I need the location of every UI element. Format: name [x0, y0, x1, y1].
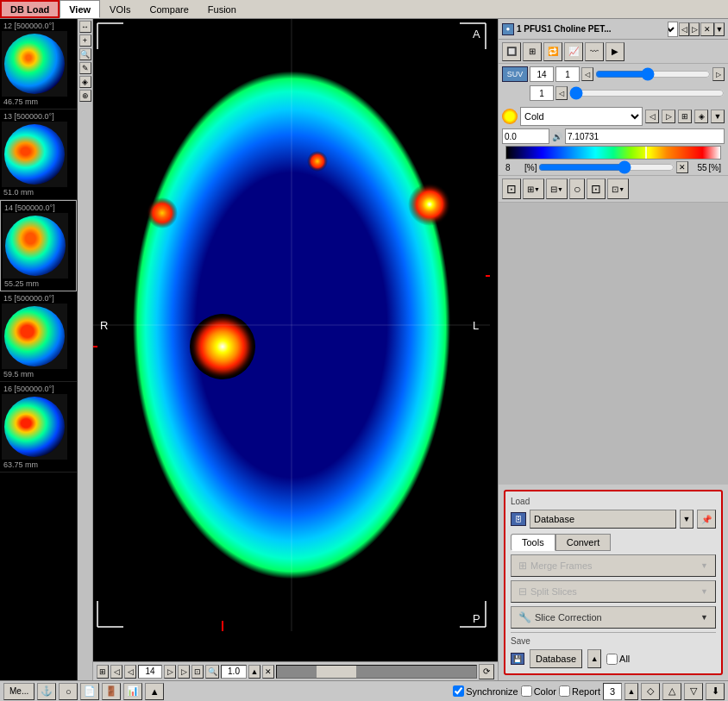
menu-fusion[interactable]: Fusion	[198, 0, 246, 18]
split-slices-btn[interactable]: ⊟ Split Slices ▼	[511, 580, 716, 603]
slice-scrollbar[interactable]	[276, 665, 477, 679]
report-checkbox[interactable]	[559, 685, 570, 697]
list-item[interactable]: 13 [500000.0°] 51.0 mm	[0, 110, 77, 200]
save-arrow-btn[interactable]: ▲	[587, 649, 601, 668]
lut-btn-3[interactable]: ⊟▼	[546, 178, 568, 199]
side-btn-3[interactable]: 🔍	[79, 48, 91, 60]
up-icon[interactable]: ▲	[145, 683, 164, 700]
frame-input[interactable]: 1	[555, 66, 580, 82]
nav-left-btn[interactable]: ◁	[679, 22, 689, 36]
colorbar-x-btn[interactable]: ✕	[676, 161, 688, 173]
sub-frame-left-btn[interactable]: ◁	[555, 86, 568, 100]
nav-next-btn[interactable]: ▷	[164, 665, 176, 679]
database-btn[interactable]: Database	[530, 510, 676, 529]
status-up2-icon[interactable]: △	[662, 683, 681, 700]
document-icon[interactable]: 📄	[80, 683, 99, 700]
slice-correction-arrow: ▼	[700, 613, 708, 622]
database-dropdown-btn[interactable]: ▼	[680, 510, 693, 529]
sub-frame-slider[interactable]	[569, 87, 725, 99]
status-diamond-icon[interactable]: ◇	[641, 683, 660, 700]
colormap-right-btn[interactable]: ▷	[662, 110, 675, 123]
slice-correction-btn[interactable]: 🔧 Slice Correction ▼	[511, 606, 716, 629]
zoom-up-btn[interactable]: ▲	[248, 665, 260, 679]
zoom-down-btn[interactable]: ✕	[262, 665, 274, 679]
sub-slice-input[interactable]	[530, 85, 554, 101]
display-icon-btn[interactable]: 🔲	[502, 42, 521, 61]
circle-icon[interactable]: ○	[59, 683, 78, 700]
nav-last-btn[interactable]: ▷	[178, 665, 190, 679]
menu-vois[interactable]: VOIs	[100, 0, 140, 18]
lut-tools: ⊡ ⊞▼ ⊟▼ ○ ⊡ ⊡▼	[499, 176, 728, 203]
menu-view[interactable]: View	[60, 0, 100, 18]
report-label: Report	[559, 685, 600, 697]
lut-btn-2[interactable]: ⊞▼	[523, 178, 544, 199]
exit-icon[interactable]: 🚪	[102, 683, 121, 700]
side-btn-4[interactable]: ✎	[79, 62, 91, 74]
tab-convert[interactable]: Convert	[555, 534, 612, 551]
all-checkbox[interactable]	[606, 654, 618, 665]
nav-prev-btn[interactable]: ◁	[110, 665, 122, 679]
menu-compare[interactable]: Compare	[141, 0, 198, 18]
colorbar[interactable]	[505, 146, 721, 160]
synchronize-checkbox[interactable]	[453, 685, 464, 697]
list-item[interactable]: 16 [500000.0°] 63.75 mm	[0, 382, 77, 473]
menu-db-load[interactable]: DB Load	[0, 0, 60, 18]
list-item[interactable]: 12 [500000.0°] 46.75 mm	[0, 19, 77, 110]
all-checkbox-label[interactable]: All	[606, 654, 630, 665]
max-value-input[interactable]: 7.10731	[565, 128, 725, 144]
loop-btn[interactable]: ⟳	[479, 664, 494, 679]
list-item[interactable]: 14 [500000.0°] 55.25 mm	[0, 200, 77, 291]
color-checkbox[interactable]	[521, 685, 532, 697]
status-download-icon[interactable]: ⬇	[706, 683, 725, 700]
min-value-input[interactable]: 0.0	[502, 128, 549, 144]
zoom-out-btn[interactable]: 🔍	[205, 665, 219, 679]
play-icon-btn[interactable]: ▶	[606, 42, 624, 61]
main-image-viewport[interactable]: A P R L ⊞ ◁ ◁ 14 ▷ ▷ ⊡	[93, 19, 498, 680]
nav-end-btn[interactable]: ⊡	[191, 665, 204, 679]
colorbar-slider[interactable]	[538, 162, 674, 172]
nav-right-btn[interactable]: ▷	[689, 22, 700, 36]
status-num: 3	[603, 683, 622, 700]
side-btn-6[interactable]: ⊕	[79, 90, 91, 102]
lut-btn-4[interactable]: ○	[569, 178, 585, 199]
slice-number-input[interactable]: 14	[138, 665, 162, 679]
list-item[interactable]: 15 [500000.0°] 59.5 mm	[0, 291, 77, 382]
spacer	[499, 203, 728, 485]
status-bar: Me... ⚓ ○ 📄 🚪 📊 ▲ Synchronize Color Repo…	[0, 680, 728, 701]
colormap-btn2[interactable]: ◈	[694, 110, 708, 123]
save-database-btn[interactable]: Database	[530, 649, 582, 668]
grid-icon-btn[interactable]: ⊞	[523, 42, 542, 61]
status-up-btn[interactable]: ▲	[624, 683, 638, 700]
menu-btn[interactable]: ▼	[714, 22, 725, 36]
chart-icon-btn[interactable]: 📈	[564, 42, 583, 61]
side-btn-2[interactable]: +	[79, 34, 91, 47]
colormap-menu-btn[interactable]: ▼	[711, 110, 725, 123]
nav-first-btn[interactable]: ⊞	[97, 665, 109, 679]
side-btn-5[interactable]: ◈	[79, 76, 91, 88]
me-btn[interactable]: Me...	[3, 683, 35, 700]
merge-frames-btn[interactable]: ⊞ Merge Frames ▼	[511, 554, 716, 577]
frame-right-btn[interactable]: ▷	[712, 67, 725, 81]
image-dropdown[interactable]	[668, 22, 678, 37]
anchor-icon[interactable]: ⚓	[37, 683, 56, 700]
colormap-btn1[interactable]: ⊞	[678, 110, 692, 123]
slice-frame-input[interactable]: 14	[530, 66, 554, 82]
nav-prev2-btn[interactable]: ◁	[124, 665, 136, 679]
lut-btn-1[interactable]: ⊡	[502, 178, 521, 199]
graph-icon[interactable]: 📊	[123, 683, 142, 700]
close-btn[interactable]: ✕	[700, 22, 714, 36]
frame-slider[interactable]	[595, 68, 711, 80]
sync-icon-btn[interactable]: 🔁	[543, 42, 562, 61]
colormap-left-btn[interactable]: ◁	[645, 110, 659, 123]
frame-left-btn[interactable]: ◁	[581, 67, 593, 81]
status-down-icon[interactable]: ▽	[684, 683, 703, 700]
database-action-btn[interactable]: 📌	[697, 510, 716, 529]
side-btn-1[interactable]: ↔	[79, 21, 91, 33]
lut-btn-6[interactable]: ⊡▼	[607, 178, 629, 199]
tab-tools[interactable]: Tools	[511, 534, 555, 551]
save-row: 💾 Database ▲ All	[511, 649, 716, 668]
colormap-dropdown[interactable]: Cold	[520, 107, 643, 126]
zoom-input[interactable]: 1.0	[221, 665, 247, 679]
lut-btn-5[interactable]: ⊡	[587, 178, 606, 199]
wave-icon-btn[interactable]: 〰	[585, 42, 604, 61]
